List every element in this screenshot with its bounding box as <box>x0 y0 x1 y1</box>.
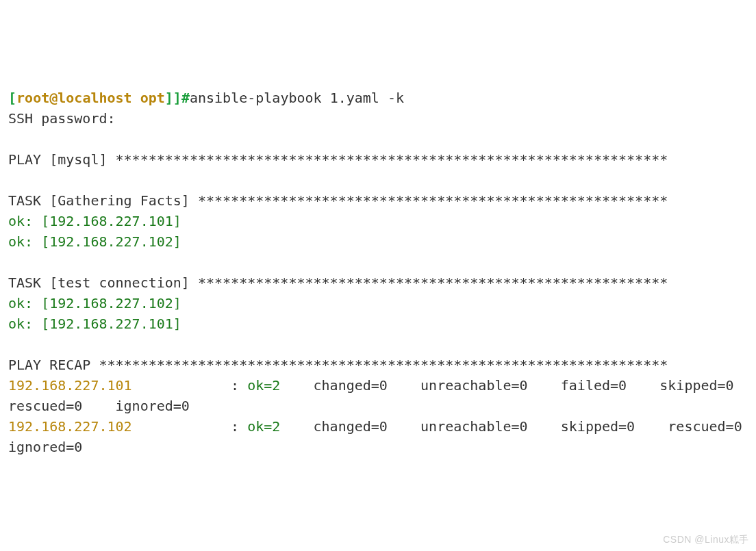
recap2-spacer: : <box>132 418 248 435</box>
play-recap-header: PLAY RECAP *****************************… <box>8 357 668 373</box>
recap1-host: 192.168.227.101 <box>8 377 132 394</box>
prompt-suffix: ]# <box>173 90 190 106</box>
terminal-output: [root@localhost opt]]#ansible-playbook 1… <box>8 88 748 457</box>
prompt-close-bracket: ] <box>165 90 173 106</box>
recap-row-1: 192.168.227.101 : ok=2 changed=0 unreach… <box>8 377 756 414</box>
command-text: ansible-playbook 1.yaml -k <box>190 90 404 106</box>
prompt-host: localhost <box>58 90 131 106</box>
ssh-password-prompt: SSH password: <box>8 110 116 127</box>
task1-ok-host2: ok: [192.168.227.102] <box>8 233 181 250</box>
watermark: CSDN @Linux糕手 <box>663 533 749 547</box>
prompt-at: @ <box>49 90 58 106</box>
prompt-user: root <box>16 90 49 106</box>
task2-ok-host2: ok: [192.168.227.101] <box>8 316 181 332</box>
task2-ok-host1: ok: [192.168.227.102] <box>8 295 181 311</box>
recap-row-2: 192.168.227.102 : ok=2 changed=0 unreach… <box>8 418 756 455</box>
task-gathering-facts-header: TASK [Gathering Facts] *****************… <box>8 192 668 209</box>
play-header: PLAY [mysql] ***************************… <box>8 151 668 168</box>
recap1-ok: ok=2 <box>247 377 280 394</box>
prompt-path: opt <box>132 90 165 106</box>
recap2-host: 192.168.227.102 <box>8 418 132 435</box>
prompt-open-bracket: [ <box>8 90 16 106</box>
recap1-spacer: : <box>132 377 248 394</box>
task-test-connection-header: TASK [test connection] *****************… <box>8 274 668 291</box>
prompt-line: [root@localhost opt]]#ansible-playbook 1… <box>8 90 404 106</box>
task1-ok-host1: ok: [192.168.227.101] <box>8 213 181 229</box>
recap2-ok: ok=2 <box>247 418 280 435</box>
